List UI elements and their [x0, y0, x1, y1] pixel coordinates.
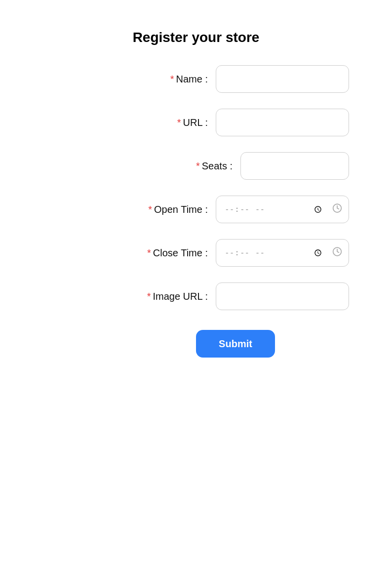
close-time-required-star: * [147, 247, 151, 258]
seats-required-star: * [196, 161, 200, 171]
name-required-star: * [170, 74, 174, 84]
url-field-row: *URL : [43, 109, 349, 136]
image-url-input[interactable] [216, 282, 349, 310]
name-input[interactable] [216, 65, 349, 93]
submit-row: Submit [43, 326, 349, 358]
close-time-field-row: *Close Time : [43, 239, 349, 267]
open-time-wrapper [216, 196, 349, 223]
close-time-label: *Close Time : [129, 247, 208, 259]
seats-input[interactable] [240, 152, 349, 180]
name-label: *Name : [129, 74, 208, 85]
url-required-star: * [177, 117, 181, 128]
seats-label: *Seats : [154, 161, 233, 172]
page-title: Register your store [133, 30, 260, 45]
register-store-form: Register your store *Name : *URL : *Seat… [43, 30, 349, 358]
url-label: *URL : [129, 117, 208, 128]
open-time-field-row: *Open Time : [43, 196, 349, 223]
open-time-required-star: * [148, 204, 152, 215]
image-url-required-star: * [147, 291, 151, 302]
image-url-field-row: *Image URL : [43, 282, 349, 310]
submit-button[interactable]: Submit [196, 330, 275, 358]
close-time-wrapper [216, 239, 349, 267]
name-field-row: *Name : [43, 65, 349, 93]
seats-field-row: *Seats : [43, 152, 349, 180]
open-time-label: *Open Time : [129, 204, 208, 215]
open-time-input[interactable] [216, 196, 349, 223]
close-time-input[interactable] [216, 239, 349, 267]
image-url-label: *Image URL : [129, 291, 208, 302]
url-input[interactable] [216, 109, 349, 136]
